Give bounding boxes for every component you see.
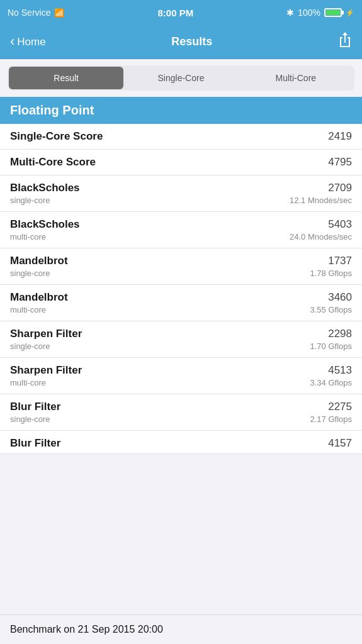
row-label: Multi-Core Score <box>10 156 96 169</box>
row-label: BlackScholes single-core <box>10 182 80 205</box>
row-value: 2709 12.1 Mnodes/sec <box>290 182 352 205</box>
row-value: 5403 24.0 Mnodes/sec <box>290 218 352 242</box>
row-value: 2298 1.70 Gflops <box>310 328 353 351</box>
status-signal: No Service 📶 <box>8 8 64 18</box>
row-label: Sharpen Filter multi-core <box>10 364 82 387</box>
back-button[interactable]: ‹ Home <box>10 36 46 48</box>
charge-icon: ⚡ <box>346 9 354 17</box>
section-header-text: Floating Point <box>10 103 94 117</box>
status-time: 8:00 PM <box>157 8 193 18</box>
status-right: ✱ 100% ⚡ <box>286 8 354 18</box>
segment-multi-core[interactable]: Multi-Core <box>239 67 353 89</box>
bluetooth-icon: ✱ <box>286 8 294 18</box>
row-value: 2419 <box>328 130 352 143</box>
results-table: Single-Core Score 2419 Multi-Core Score … <box>0 124 362 454</box>
footer-text: Benchmark on 21 Sep 2015 20:00 <box>10 624 163 635</box>
no-service-text: No Service <box>8 8 50 18</box>
segment-single-core[interactable]: Single-Core <box>123 67 238 89</box>
table-row: BlackScholes single-core 2709 12.1 Mnode… <box>0 175 362 212</box>
row-label: Blur Filter <box>10 437 60 450</box>
nav-bar: ‹ Home Results <box>0 25 362 59</box>
table-row-partial: Blur Filter 4157 <box>0 431 362 454</box>
row-value: 1737 1.78 Gflops <box>310 255 353 278</box>
row-label: BlackScholes multi-core <box>10 218 80 242</box>
page-title: Results <box>171 35 212 48</box>
row-label: Sharpen Filter single-core <box>10 328 82 351</box>
share-button[interactable] <box>338 32 352 52</box>
battery-percent: 100% <box>298 8 320 18</box>
row-value: 3460 3.55 Gflops <box>310 291 353 314</box>
segment-result[interactable]: Result <box>9 67 123 89</box>
back-chevron-icon: ‹ <box>10 35 14 48</box>
battery-icon <box>324 8 342 17</box>
table-row: Blur Filter single-core 2275 2.17 Gflops <box>0 394 362 431</box>
table-row: Single-Core Score 2419 <box>0 124 362 150</box>
footer: Benchmark on 21 Sep 2015 20:00 <box>0 614 362 644</box>
table-row: BlackScholes multi-core 5403 24.0 Mnodes… <box>0 212 362 248</box>
table-row: Mandelbrot multi-core 3460 3.55 Gflops <box>0 285 362 321</box>
table-row: Sharpen Filter single-core 2298 1.70 Gfl… <box>0 321 362 358</box>
battery-box <box>324 8 342 17</box>
row-value: 4157 <box>328 437 352 450</box>
status-bar: No Service 📶 8:00 PM ✱ 100% ⚡ <box>0 0 362 25</box>
segment-control: Result Single-Core Multi-Core <box>8 65 354 91</box>
table-row: Multi-Core Score 4795 <box>0 150 362 175</box>
table-row: Sharpen Filter multi-core 4513 3.34 Gflo… <box>0 358 362 394</box>
section-header: Floating Point <box>0 97 362 124</box>
row-value: 4795 <box>328 156 352 169</box>
row-label: Single-Core Score <box>10 130 103 143</box>
row-label: Blur Filter single-core <box>10 401 60 424</box>
back-label: Home <box>17 36 45 48</box>
wifi-icon: 📶 <box>54 8 64 18</box>
row-value: 4513 3.34 Gflops <box>310 364 353 387</box>
row-value: 2275 2.17 Gflops <box>310 401 353 424</box>
row-label: Mandelbrot single-core <box>10 255 68 278</box>
row-label: Mandelbrot multi-core <box>10 291 68 314</box>
battery-fill <box>326 10 340 15</box>
table-row: Mandelbrot single-core 1737 1.78 Gflops <box>0 248 362 285</box>
